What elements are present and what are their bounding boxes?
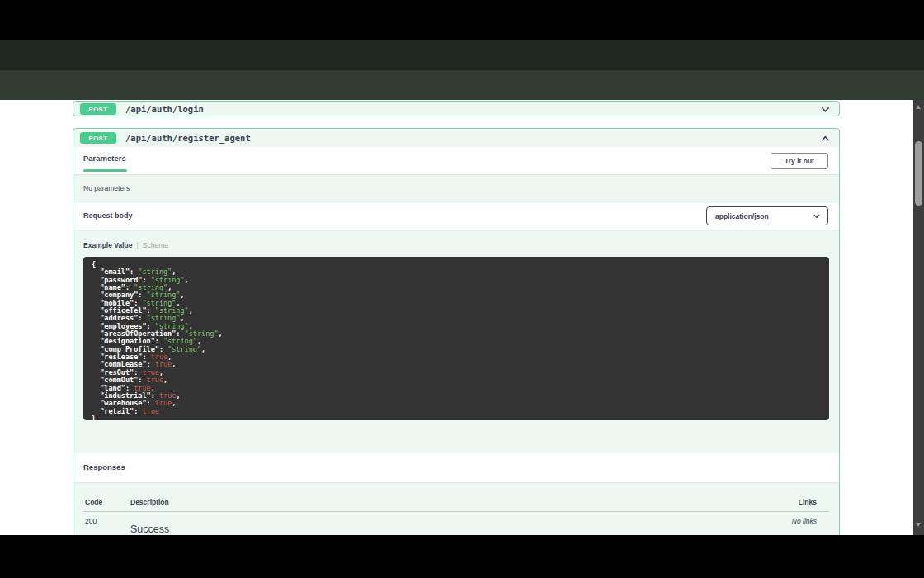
column-header-description: Description: [130, 498, 169, 506]
tab-schema[interactable]: Schema: [143, 241, 168, 249]
code-line: "resLease": true,: [92, 353, 829, 361]
code-line: "mobile": "string",: [92, 300, 829, 307]
letterbox-bottom: [0, 535, 924, 578]
browser-window: White background text field ✕ updated pr…: [0, 0, 924, 578]
active-tab-underline: [83, 169, 127, 172]
page-content: POST /api/auth/login POST /api/auth/regi…: [0, 100, 924, 535]
code-line: "areasOfOperation": "string",: [92, 330, 829, 338]
code-line: "retail": true: [92, 408, 829, 415]
endpoint-path: /api/auth/login: [125, 104, 204, 114]
browser-toolbar: ← → ⟳ propi.co.in/swagger/index.html ☆ A…: [0, 70, 924, 100]
response-links: No links: [792, 517, 817, 525]
responses-label: Responses: [83, 462, 125, 471]
method-badge: POST: [80, 132, 116, 144]
scrollbar-thumb[interactable]: [915, 141, 922, 206]
column-header-links: Links: [799, 498, 817, 506]
request-body-label: Request body: [83, 211, 133, 220]
scroll-down-arrow-icon[interactable]: [916, 523, 921, 527]
chevron-down-icon: [813, 212, 821, 220]
code-line: "name": "string",: [92, 284, 829, 291]
tab-parameters[interactable]: Parameters: [83, 154, 126, 163]
parameters-section-header: Parameters Try it out: [73, 147, 839, 174]
tab-divider: |: [137, 241, 139, 249]
code-line: "commLease": true,: [92, 361, 829, 368]
chevron-down-icon[interactable]: [820, 104, 831, 115]
model-example-tabs: Example Value|Schema: [73, 230, 839, 251]
response-code: 200: [85, 517, 97, 525]
try-it-out-button[interactable]: Try it out: [771, 153, 828, 169]
content-type-select[interactable]: application/json: [706, 206, 828, 225]
response-description: Success: [130, 524, 169, 535]
responses-section-header: Responses: [73, 453, 839, 482]
endpoint-register-agent: POST /api/auth/register_agent Parameters…: [73, 128, 840, 535]
tab-example-value[interactable]: Example Value: [83, 241, 133, 249]
code-line: "password": "string",: [92, 277, 829, 284]
chevron-up-icon[interactable]: [820, 133, 831, 144]
code-line: "industrial": true,: [92, 392, 829, 400]
code-line: "company": "string",: [92, 291, 829, 299]
endpoint-path: /api/auth/register_agent: [125, 133, 251, 143]
code-line: {: [92, 261, 829, 268]
request-body-section-header: Request body application/json: [73, 203, 839, 230]
tab-strip: White background text field ✕ updated pr…: [0, 40, 924, 70]
endpoint-login-header[interactable]: POST /api/auth/login: [73, 102, 839, 116]
example-json: { "email": "string", "password": "string…: [83, 257, 829, 420]
responses-table: Code Description Links 200 Success No li…: [73, 482, 839, 535]
no-parameters-text: No parameters: [73, 174, 839, 203]
scroll-up-arrow-icon[interactable]: [916, 105, 921, 109]
code-line: "email": "string",: [92, 268, 829, 276]
code-line: "land": true,: [92, 385, 829, 392]
code-line: "comp_Profile": "string",: [92, 346, 829, 353]
code-line: "officeTel": "string",: [92, 307, 829, 315]
column-header-code: Code: [85, 498, 102, 506]
code-line: "address": "string",: [92, 315, 829, 322]
vertical-scrollbar[interactable]: [913, 100, 924, 535]
table-header-divider: [83, 511, 829, 512]
method-badge: POST: [80, 103, 116, 115]
letterbox-top: [0, 0, 924, 40]
content-type-value: application/json: [715, 212, 769, 220]
code-line: "resOut": true,: [92, 369, 829, 377]
endpoint-login: POST /api/auth/login: [73, 101, 840, 116]
code-line: "warehouse": true,: [92, 400, 829, 407]
endpoint-register-agent-header[interactable]: POST /api/auth/register_agent: [73, 129, 839, 147]
code-line: }: [92, 415, 829, 420]
code-line: "commOut": true,: [92, 377, 829, 384]
request-body-section: Example Value|Schema { "email": "string"…: [73, 230, 839, 453]
